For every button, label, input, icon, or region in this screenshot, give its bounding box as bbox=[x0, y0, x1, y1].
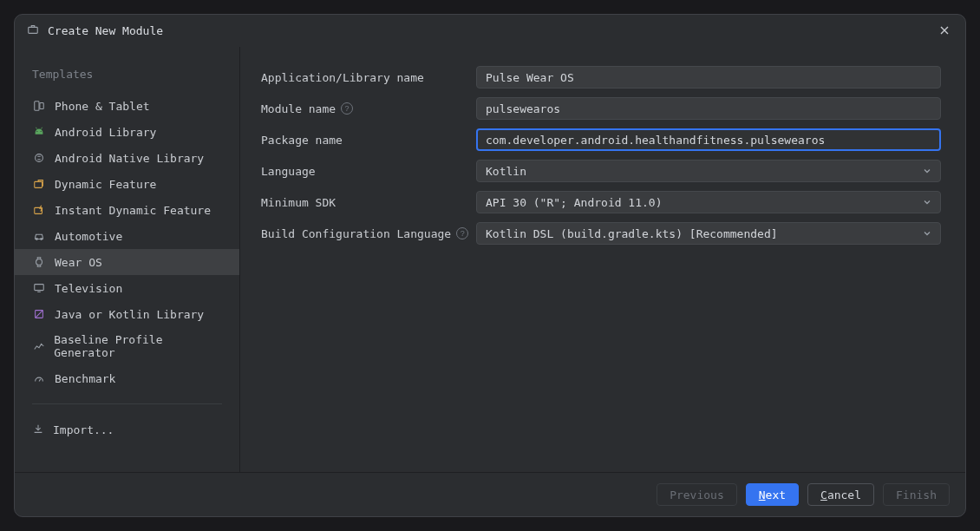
help-icon[interactable]: ? bbox=[341, 102, 353, 115]
build-lang-select[interactable]: Kotlin DSL (build.gradle.kts) [Recommend… bbox=[476, 222, 941, 245]
template-dynamic-feature[interactable]: Dynamic Feature bbox=[15, 171, 239, 197]
tv-icon bbox=[32, 281, 46, 295]
template-instant-dynamic-feature[interactable]: Instant Dynamic Feature bbox=[15, 197, 239, 223]
template-label: Wear OS bbox=[55, 256, 102, 269]
templates-sidebar: Templates Phone & Tablet Android Library… bbox=[15, 47, 240, 472]
language-label: Language bbox=[261, 165, 476, 178]
build-lang-label: Build Configuration Language ? bbox=[261, 227, 476, 240]
library-icon bbox=[32, 307, 46, 321]
svg-point-3 bbox=[36, 131, 37, 132]
template-label: Instant Dynamic Feature bbox=[55, 204, 211, 217]
svg-rect-1 bbox=[35, 102, 39, 111]
close-button[interactable] bbox=[936, 22, 953, 39]
benchmark-icon bbox=[32, 371, 46, 385]
instant-dynamic-icon bbox=[32, 203, 46, 217]
titlebar: Create New Module bbox=[15, 15, 965, 47]
svg-point-10 bbox=[36, 259, 42, 266]
chevron-down-icon bbox=[923, 165, 931, 178]
template-label: Benchmark bbox=[55, 372, 115, 385]
package-name-input[interactable] bbox=[476, 128, 941, 151]
template-label: Android Native Library bbox=[55, 152, 204, 165]
svg-rect-2 bbox=[40, 103, 43, 109]
template-android-library[interactable]: Android Library bbox=[15, 119, 239, 145]
module-name-input[interactable] bbox=[476, 97, 941, 120]
package-name-label: Package name bbox=[261, 134, 476, 147]
language-select[interactable]: Kotlin bbox=[476, 160, 941, 182]
templates-heading: Templates bbox=[15, 62, 239, 93]
android-icon bbox=[32, 125, 46, 139]
module-name-label: Module name ? bbox=[261, 102, 476, 115]
template-label: Automotive bbox=[55, 230, 122, 243]
template-label: Dynamic Feature bbox=[55, 178, 156, 191]
template-automotive[interactable]: Automotive bbox=[15, 223, 239, 249]
template-phone-tablet[interactable]: Phone & Tablet bbox=[15, 93, 239, 119]
app-name-label: Application/Library name bbox=[261, 71, 476, 84]
svg-rect-6 bbox=[35, 181, 42, 187]
svg-point-4 bbox=[41, 131, 42, 132]
cancel-button[interactable]: Cancel bbox=[807, 483, 874, 506]
svg-rect-11 bbox=[35, 285, 44, 291]
previous-button: Previous bbox=[657, 483, 737, 506]
import-label: Import... bbox=[53, 423, 114, 436]
template-java-kotlin-library[interactable]: Java or Kotlin Library bbox=[15, 301, 239, 327]
import-action[interactable]: Import... bbox=[15, 416, 239, 443]
language-value: Kotlin bbox=[486, 165, 526, 178]
help-icon[interactable]: ? bbox=[456, 227, 468, 239]
module-form: Application/Library name Module name ? P… bbox=[240, 47, 965, 472]
min-sdk-value: API 30 ("R"; Android 11.0) bbox=[486, 196, 663, 209]
dialog-title: Create New Module bbox=[48, 24, 163, 37]
car-icon bbox=[32, 229, 46, 243]
template-label: Phone & Tablet bbox=[55, 100, 150, 113]
template-label: Baseline Profile Generator bbox=[54, 333, 222, 359]
baseline-icon bbox=[32, 339, 45, 353]
dialog-footer: Previous Next Cancel Finish bbox=[15, 472, 965, 516]
create-module-dialog: Create New Module Templates Phone & Tabl… bbox=[14, 14, 966, 517]
svg-rect-0 bbox=[29, 27, 38, 33]
module-icon bbox=[27, 23, 39, 38]
template-label: Java or Kotlin Library bbox=[55, 308, 204, 321]
phone-tablet-icon bbox=[32, 99, 46, 113]
app-name-input[interactable] bbox=[476, 66, 941, 88]
min-sdk-select[interactable]: API 30 ("R"; Android 11.0) bbox=[476, 191, 941, 213]
chevron-down-icon bbox=[923, 227, 931, 240]
svg-point-5 bbox=[36, 154, 43, 162]
template-benchmark[interactable]: Benchmark bbox=[15, 365, 239, 391]
template-baseline-profile[interactable]: Baseline Profile Generator bbox=[15, 327, 239, 365]
watch-icon bbox=[32, 255, 46, 269]
import-icon bbox=[32, 423, 44, 437]
finish-button: Finish bbox=[883, 483, 950, 506]
template-label: Television bbox=[55, 282, 122, 295]
min-sdk-label: Minimum SDK bbox=[261, 196, 476, 209]
dynamic-feature-icon bbox=[32, 177, 46, 191]
template-label: Android Library bbox=[55, 126, 156, 139]
template-television[interactable]: Television bbox=[15, 275, 239, 301]
chevron-down-icon bbox=[923, 196, 931, 209]
build-lang-value: Kotlin DSL (build.gradle.kts) [Recommend… bbox=[486, 227, 778, 240]
sidebar-divider bbox=[32, 403, 222, 404]
template-android-native-library[interactable]: Android Native Library bbox=[15, 145, 239, 171]
template-wear-os[interactable]: Wear OS bbox=[15, 249, 239, 275]
next-button[interactable]: Next bbox=[746, 483, 799, 506]
android-native-icon bbox=[32, 151, 46, 165]
